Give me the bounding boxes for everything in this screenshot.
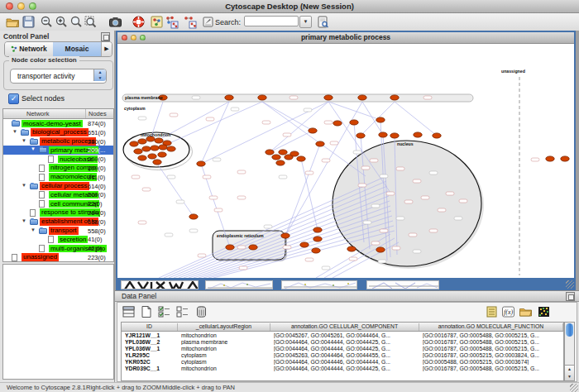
table-row[interactable]: YJR121W__1mitochondrion[GO:0045267, GO:0… <box>122 332 563 338</box>
tabs-overflow-button[interactable]: ▶ <box>101 42 112 56</box>
snapshot-icon[interactable] <box>108 15 122 29</box>
attribute-table-icon[interactable] <box>122 305 136 318</box>
graph-node[interactable] <box>414 132 422 137</box>
graph-node[interactable] <box>167 146 175 151</box>
graph-node[interactable] <box>379 132 387 137</box>
graph-node[interactable] <box>313 227 322 232</box>
tree-row[interactable]: response to stimulu264(0) <box>3 208 113 218</box>
graph-node[interactable] <box>189 214 198 219</box>
open-session-icon[interactable] <box>6 15 20 29</box>
network-tree-header[interactable]: Network Nodes <box>3 109 113 119</box>
expand-arrow-icon[interactable]: ▼ <box>31 146 36 151</box>
table-row[interactable]: YPL036W__1mitochondrion[GO:0044464, GO:0… <box>122 345 563 351</box>
background-window-fragment[interactable] <box>121 280 199 289</box>
graph-node[interactable] <box>390 133 399 138</box>
tree-row[interactable]: ▼transport558(0) <box>3 227 113 236</box>
unselect-attributes-icon[interactable] <box>175 305 189 318</box>
table-column-header[interactable]: _cellularLayoutRegion <box>178 323 270 331</box>
graph-node[interactable] <box>138 139 146 144</box>
network-canvas[interactable]: plasma membrane cytoplasm mitochondrion … <box>117 44 574 278</box>
table-row[interactable]: YPL036W__2plasma membrane[GO:0044464, GO… <box>122 338 563 345</box>
graph-node[interactable] <box>153 160 161 165</box>
graph-node[interactable] <box>350 120 358 125</box>
new-attribute-icon[interactable] <box>139 305 153 318</box>
vizmapper-icon[interactable] <box>150 15 164 29</box>
birdseye-view-panel[interactable] <box>2 264 114 380</box>
scrollbar-thumb[interactable] <box>566 323 573 337</box>
resize-grip-icon[interactable] <box>570 384 578 392</box>
save-session-icon[interactable] <box>22 15 36 29</box>
graph-node[interactable] <box>155 138 163 143</box>
background-window-fragment[interactable] <box>366 280 439 289</box>
graph-node[interactable] <box>151 146 159 151</box>
table-row[interactable]: YDR039C__1mitochondrion[GO:0044464, GO:0… <box>122 366 563 372</box>
table-scrollbar[interactable]: ▲▼ <box>564 322 575 381</box>
graph-node[interactable] <box>281 233 290 238</box>
graph-node[interactable] <box>546 156 554 161</box>
search-input[interactable] <box>244 16 299 26</box>
graph-node[interactable] <box>142 146 151 151</box>
tree-row[interactable]: macromolecule311(0) <box>3 173 113 182</box>
tree-row[interactable]: cellular metabol209(0) <box>3 190 113 199</box>
delete-attribute-icon[interactable] <box>194 305 208 318</box>
apply-layout-icon[interactable] <box>183 15 197 29</box>
graph-node[interactable] <box>226 245 234 250</box>
network-window-titlebar[interactable]: primary metabolic process <box>117 32 574 44</box>
tree-row[interactable]: ▼cellular process614(0) <box>3 182 113 191</box>
search-dropdown-icon[interactable]: ▼ <box>299 16 312 28</box>
tree-row[interactable]: mosaic-demo-yeast874(0) <box>3 119 113 128</box>
float-panel-icon[interactable] <box>101 32 110 41</box>
background-window-fragment[interactable] <box>281 280 357 289</box>
graph-node[interactable] <box>347 246 356 251</box>
table-row[interactable]: YKR052Ccytoplasm[GO:0044464, GO:0044446,… <box>122 359 563 366</box>
expand-arrow-icon[interactable]: ▼ <box>22 183 26 188</box>
tree-row[interactable]: unassigned223(0) <box>3 253 113 262</box>
graph-node[interactable] <box>324 95 333 100</box>
table-column-header[interactable]: annotation.GO MOLECULAR_FUNCTION <box>419 323 563 331</box>
tree-row[interactable]: ▼establishment of lo558(0) <box>3 218 113 227</box>
tree-row[interactable]: ▼biological_process651(0) <box>3 128 113 137</box>
graph-node[interactable] <box>300 242 309 247</box>
search-config-icon[interactable] <box>316 15 330 29</box>
graph-node[interactable] <box>134 149 142 154</box>
graph-node[interactable] <box>433 133 441 138</box>
tree-row[interactable]: secretion41(0) <box>3 235 113 244</box>
graph-node[interactable] <box>159 145 167 150</box>
zoom-selected-icon[interactable] <box>69 15 84 29</box>
graph-node[interactable] <box>138 155 146 160</box>
tree-row[interactable]: ▼primary metabo209(... <box>3 146 113 155</box>
expand-arrow-icon[interactable]: ▼ <box>22 218 26 223</box>
resize-grip-icon[interactable] <box>566 280 574 289</box>
graph-node[interactable] <box>276 160 285 165</box>
attribute-table-header[interactable]: ID_cellularLayoutRegionannotation.GO CEL… <box>122 323 563 332</box>
tree-row[interactable]: nucleobase-209(0) <box>3 155 113 164</box>
tab-network[interactable]: Network <box>5 42 53 56</box>
zoom-fit-icon[interactable] <box>84 15 98 29</box>
matrix-icon[interactable] <box>537 305 551 318</box>
graph-node[interactable] <box>297 156 305 161</box>
background-window-fragment[interactable] <box>205 280 273 289</box>
table-column-header[interactable]: ID <box>122 323 178 331</box>
table-row[interactable]: YLR295Ccytoplasm[GO:0045263, GO:0044464,… <box>122 352 563 359</box>
import-attributes-icon[interactable] <box>519 305 533 318</box>
graph-node[interactable] <box>258 95 266 100</box>
graph-node[interactable] <box>390 95 399 100</box>
function-builder-icon[interactable]: f(x) <box>501 305 515 318</box>
expand-arrow-icon[interactable]: ▼ <box>31 227 36 232</box>
graph-node[interactable] <box>376 117 385 122</box>
tree-row[interactable]: cell communicat22(0) <box>3 199 113 208</box>
tree-row[interactable]: ▼metabolic process280(0) <box>3 137 113 146</box>
expand-arrow-icon[interactable]: ▼ <box>12 129 17 134</box>
node-color-dropdown[interactable]: transporter activity ▲▼ <box>10 69 107 84</box>
graph-node[interactable] <box>158 152 166 157</box>
tree-row[interactable]: nitrogen compo209(0) <box>3 164 113 173</box>
graph-node[interactable] <box>279 150 287 155</box>
float-panel-icon[interactable] <box>566 292 575 301</box>
graph-node[interactable] <box>249 245 257 250</box>
graph-node[interactable] <box>376 247 385 252</box>
graph-node[interactable] <box>356 133 365 138</box>
attribute-list-icon[interactable] <box>485 305 499 318</box>
merge-networks-icon[interactable] <box>165 15 179 29</box>
graph-node[interactable] <box>561 156 569 161</box>
help-icon[interactable] <box>132 15 146 29</box>
